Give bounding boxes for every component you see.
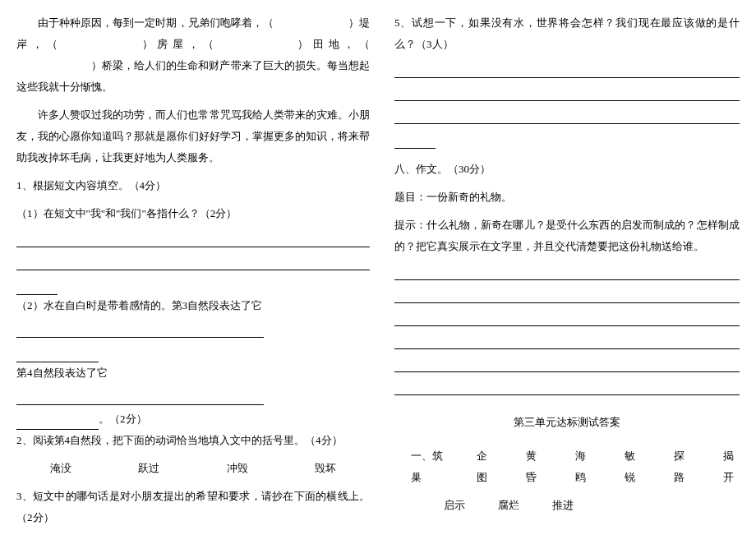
passage-p2: 许多人赞叹过我的功劳，而人们也常常咒骂我给人类带来的灾难。小朋友，我的心愿你知道… xyxy=(16,104,370,168)
answer-line[interactable] xyxy=(394,288,740,303)
answer-line-short[interactable] xyxy=(16,351,99,362)
answer-item: 腐烂 xyxy=(498,495,519,516)
verb-option: 淹没 xyxy=(50,458,71,479)
answer-item: 企图 xyxy=(477,445,493,488)
topic-label: 题目： xyxy=(394,191,426,203)
blank-2[interactable] xyxy=(62,34,137,55)
answer-line[interactable] xyxy=(16,390,264,405)
answer-row-2: 启示 腐烂 推进 xyxy=(444,495,740,516)
verb-option: 冲毁 xyxy=(227,458,248,479)
blank-4[interactable] xyxy=(16,55,91,76)
q1-2-suffix: 。（2分） xyxy=(99,413,147,425)
answer-line-short[interactable] xyxy=(16,418,99,430)
answer-line[interactable] xyxy=(394,109,740,124)
blank-1[interactable] xyxy=(274,12,348,34)
answer-line[interactable] xyxy=(394,334,740,349)
answer-item: 探路 xyxy=(674,445,690,488)
answer-item: 启示 xyxy=(444,495,465,516)
answer-item: 黄昏 xyxy=(526,445,542,488)
question-2: 2、阅读第4自然段，把下面的动词恰当地填入文中的括号里。（4分） xyxy=(16,430,370,451)
section-8: 八、作文。（30分） xyxy=(394,159,740,180)
answer-line[interactable] xyxy=(16,233,370,247)
p1-text-d: ）房屋，（ xyxy=(137,38,219,50)
answer-item: 推进 xyxy=(552,495,574,516)
answer-key-title: 第三单元达标测试答案 xyxy=(394,412,740,433)
topic-text: 一份新奇的礼物。 xyxy=(426,191,512,203)
verb-option: 跃过 xyxy=(138,458,159,479)
verb-option: 毁坏 xyxy=(315,458,336,479)
answer-line[interactable] xyxy=(394,86,740,101)
question-5: 5、试想一下，如果没有水，世界将会怎样？我们现在最应该做的是什么？（3人） xyxy=(394,12,740,55)
question-1: 1、根据短文内容填空。（4分） xyxy=(16,175,370,196)
verb-options: 淹没 跃过 冲毁 毁坏 xyxy=(16,458,370,479)
question-1-2b: 第4自然段表达了它 xyxy=(16,362,370,384)
question-1-1: （1）在短文中"我"和"我们"各指什么？（2分） xyxy=(16,203,370,224)
answer-item: 敏锐 xyxy=(625,445,641,488)
p1-text-c: （ xyxy=(47,38,62,50)
answer-line-short[interactable] xyxy=(16,284,58,295)
question-1-2: （2）水在自白时是带着感情的。第3自然段表达了它 xyxy=(16,295,370,316)
composition-topic: 题目：一份新奇的礼物。 xyxy=(394,187,740,208)
answer-line-short[interactable] xyxy=(394,137,436,149)
answer-line[interactable] xyxy=(394,380,740,395)
answer-line[interactable] xyxy=(16,323,264,338)
answer-line[interactable] xyxy=(394,63,740,78)
hint-text: 什么礼物，新奇在哪儿？是受什么东西的启发而制成的？怎样制成的？把它真实展示在文字… xyxy=(394,219,740,252)
answer-line[interactable] xyxy=(16,256,370,270)
answer-line[interactable] xyxy=(394,265,740,280)
p1-text-a: 由于种种原因，每到一定时期，兄弟们咆哮着，（ xyxy=(38,16,274,29)
p1-text-e: ）田地，（ xyxy=(293,38,370,50)
passage-p1: 由于种种原因，每到一定时期，兄弟们咆哮着，（ ）堤岸，（ ）房屋，（ ）田地，（… xyxy=(16,12,370,98)
answer-label: 一、筑巢 xyxy=(411,445,444,488)
answer-line[interactable] xyxy=(394,311,740,326)
answer-item: 海鸥 xyxy=(575,445,592,488)
question-3: 3、短文中的哪句话是对小朋友提出的希望和要求，请抄在下面的横线上。（2分） xyxy=(16,486,370,528)
blank-3[interactable] xyxy=(219,34,293,55)
answer-item: 揭开 xyxy=(723,445,740,488)
hint-label: 提示： xyxy=(394,219,426,231)
composition-hint: 提示：什么礼物，新奇在哪儿？是受什么东西的启发而制成的？怎样制成的？把它真实展示… xyxy=(394,214,740,257)
answer-row-1: 一、筑巢 企图 黄昏 海鸥 敏锐 探路 揭开 xyxy=(411,445,740,488)
answer-line[interactable] xyxy=(394,357,740,372)
